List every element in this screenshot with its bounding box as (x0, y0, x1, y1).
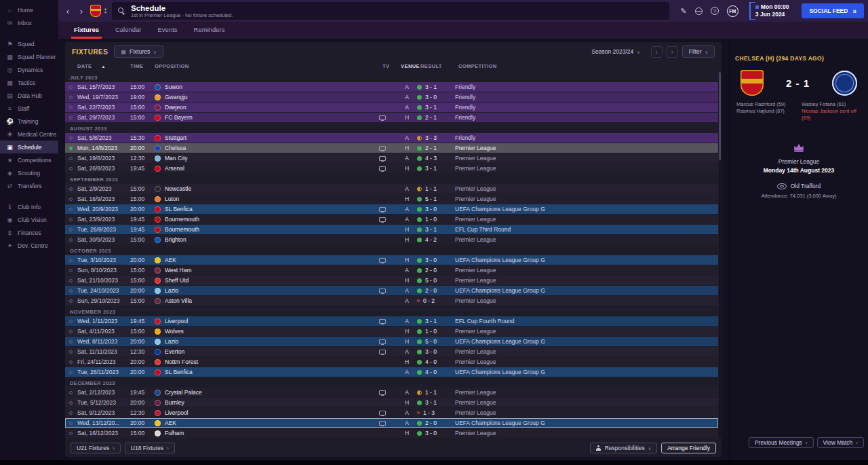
sidebar-item-training[interactable]: ⚽Training (0, 115, 58, 128)
result-loss-icon (417, 411, 420, 414)
fixture-row[interactable]: Sat, 11/11/202312:30EvertonA3 - 0Premier… (65, 347, 718, 356)
status-cell (68, 371, 77, 374)
column-header-result[interactable]: RESULT (420, 63, 458, 69)
season-prev-button[interactable]: ‹ (651, 46, 663, 58)
fixture-row[interactable]: Sat, 19/8/202312:30Man CityA4 - 3Premier… (65, 153, 718, 163)
dev-centre-icon: ✦ (6, 242, 14, 249)
status-cell (68, 198, 77, 201)
opposition-name: Suwon (165, 83, 182, 90)
column-header-competition[interactable]: COMPETITION (458, 63, 719, 69)
fixture-row[interactable]: Sat, 9/12/202312:30LiverpoolA1 - 3Premie… (65, 408, 718, 417)
fixture-row[interactable]: Sat, 2/9/202315:00NewcastleA1 - 1Premier… (65, 184, 718, 193)
previous-meetings-button[interactable]: Previous Meetings › (749, 437, 814, 448)
sidebar-item-dynamics[interactable]: ◎Dynamics (0, 63, 58, 76)
help-icon[interactable]: ? (711, 7, 719, 15)
sidebar-item-inbox[interactable]: ✉Inbox (0, 16, 58, 29)
fixture-row[interactable]: Wed, 1/11/202319:45LiverpoolA3 - 1EFL Cu… (65, 316, 718, 326)
sidebar-item-finances[interactable]: $Finances (0, 226, 58, 239)
fixture-row[interactable]: Sat, 16/12/202315:00FulhamH3 - 0Premier … (65, 428, 718, 438)
fixture-row[interactable]: Tue, 28/11/202320:00SL BenficaA4 - 0UEFA… (65, 367, 718, 377)
fixtures-view-dropdown[interactable]: ▦ Fixtures ∨ (114, 45, 163, 58)
sidebar-item-staff[interactable]: ≡Staff (0, 102, 58, 115)
fixture-row[interactable]: Tue, 5/12/202320:00BurnleyH3 - 1Premier … (65, 398, 718, 407)
tab-fixtures[interactable]: Fixtures (66, 22, 106, 39)
column-header-time[interactable]: TIME (130, 63, 155, 69)
fixture-row[interactable]: Sat, 4/11/202315:00WolvesH1 - 0Premier L… (65, 327, 718, 336)
table-scrollbar[interactable] (719, 72, 721, 438)
fixture-row[interactable]: Sat, 2/12/202319:45Crystal PalaceA1 - 1P… (65, 388, 718, 397)
column-header-date[interactable]: DATE▲ (77, 63, 130, 69)
away-team-crest-icon[interactable] (832, 71, 857, 96)
filter-dropdown[interactable]: Filter ∨ (682, 45, 715, 58)
fixture-row[interactable]: Sat, 21/10/202315:00Sheff UtdH5 - 0Premi… (65, 276, 718, 285)
column-header-venue[interactable]: VENUE (400, 63, 420, 69)
season-next-button[interactable]: › (667, 46, 678, 58)
opposition-name: Brighton (165, 236, 186, 243)
sidebar-item-squad[interactable]: ⚑Squad (0, 37, 58, 50)
sidebar-item-data-hub[interactable]: ▤Data Hub (0, 89, 58, 102)
club-crest-icon[interactable] (90, 5, 101, 17)
home-team-crest-icon[interactable] (741, 70, 764, 96)
opposition-cell: Liverpool (155, 318, 379, 324)
fixture-row[interactable]: Sun, 8/10/202315:00West HamA2 - 0Premier… (65, 265, 718, 275)
sidebar-item-dev-centre[interactable]: ✦Dev. Centre (0, 239, 58, 252)
sidebar-item-club-info[interactable]: ℹClub Info (0, 200, 58, 213)
sidebar-item-home[interactable]: ⌂Home (0, 3, 58, 16)
fixture-row[interactable]: Sun, 29/10/202315:00Aston VillaA0 - 2Pre… (65, 296, 718, 305)
table-header-row: DATE▲ TIME OPPOSITION TV VENUE RESULT CO… (65, 61, 722, 71)
sidebar-item-transfers[interactable]: ⇄Transfers (0, 179, 58, 192)
scrollbar-thumb[interactable] (719, 72, 721, 160)
tab-calendar[interactable]: Calendar (108, 22, 149, 39)
fixture-row[interactable]: Sat, 29/7/202315:00FC BayernH2 - 1Friend… (65, 113, 718, 122)
world-icon[interactable] (695, 7, 703, 15)
fixture-row[interactable]: Sat, 22/7/202315:00DaejeonA3 - 1Friendly (65, 103, 718, 112)
forward-button[interactable]: › (75, 0, 88, 22)
tab-reminders[interactable]: Reminders (186, 22, 233, 39)
edit-icon[interactable]: ✎ (676, 7, 691, 16)
sidebar-item-competitions[interactable]: ★Competitions (0, 153, 58, 166)
responsibilities-button[interactable]: Responsibilities ∨ (590, 443, 657, 453)
fixture-row[interactable]: Tue, 26/9/202319:45BournemouthH3 - 1EFL … (65, 225, 718, 234)
result-win-icon (417, 289, 422, 293)
result-win-icon (417, 278, 422, 283)
game-date-widget[interactable]: Mon 00:00 3 Jun 2024 (749, 2, 795, 20)
list-view-icon: ▦ (121, 49, 126, 55)
fixture-row[interactable]: Sat, 5/8/202315:30StuttgartA3 - 3Friendl… (65, 133, 718, 143)
fixture-row[interactable]: Sat, 26/8/202319:45ArsenalH3 - 1Premier … (65, 164, 718, 173)
back-button[interactable]: ‹ (61, 0, 75, 22)
team-switcher[interactable]: ▴ ▾ (104, 7, 106, 14)
fm-logo-icon[interactable]: FM (727, 5, 738, 17)
u18-fixtures-button[interactable]: U18 Fixtures › (125, 443, 175, 453)
fixture-row[interactable]: Sat, 15/7/202315:00SuwonA3 - 1Friendly (65, 82, 718, 92)
fixture-row[interactable]: Wed, 8/11/202320:00LazioH5 - 0UEFA Champ… (65, 337, 718, 346)
column-header-tv[interactable]: TV (382, 63, 400, 69)
season-dropdown[interactable]: Season 2023/24 ∨ (585, 45, 646, 58)
fixture-row[interactable]: Mon, 14/8/202320:00ChelseaH2 - 1Premier … (65, 143, 718, 153)
column-header-opposition[interactable]: OPPOSITION (155, 63, 382, 69)
sidebar-item-club-vision[interactable]: ◉Club Vision (0, 213, 58, 226)
u21-fixtures-button[interactable]: U21 Fixtures › (71, 443, 121, 453)
fixture-row[interactable]: Tue, 24/10/202320:00LazioA2 - 0UEFA Cham… (65, 286, 718, 295)
fixture-row[interactable]: Sat, 23/9/202319:45BournemouthA1 - 0Prem… (65, 215, 718, 224)
sidebar-item-label: Medical Centre (18, 131, 56, 138)
fixture-row[interactable]: Wed, 19/7/202319:00GwangjuA3 - 0Friendly (65, 92, 718, 102)
fixture-row[interactable]: Wed, 13/12/20...20:00AEKA2 - 0UEFA Champ… (65, 418, 718, 428)
fixture-row[interactable]: Tue, 3/10/202320:00AEKH3 - 0UEFA Champio… (65, 255, 718, 265)
screen-title: Schedule 1st in Premier League - No fixt… (131, 4, 233, 18)
social-feed-button[interactable]: SOCIAL FEED » (802, 3, 864, 18)
sidebar-item-squad-planner[interactable]: ▦Squad Planner (0, 50, 58, 63)
fixture-time: 19:45 (130, 165, 155, 172)
sidebar-item-tactics[interactable]: ▩Tactics (0, 76, 58, 89)
arrange-friendly-button[interactable]: Arrange Friendly (661, 443, 716, 453)
fixture-row[interactable]: Fri, 24/11/202320:00Nottm ForestH4 - 0Pr… (65, 357, 718, 367)
sidebar-item-scouting[interactable]: ◈Scouting (0, 166, 58, 179)
sidebar-item-medical-centre[interactable]: ✚Medical Centre (0, 128, 58, 141)
search-icon[interactable] (118, 7, 125, 15)
view-match-button[interactable]: View Match › (817, 437, 864, 448)
fixture-row[interactable]: Wed, 20/9/202320:00SL BenficaA3 - 0UEFA … (65, 204, 718, 214)
sidebar-item-schedule[interactable]: ▣Schedule (0, 141, 58, 153)
tab-events[interactable]: Events (151, 22, 185, 39)
screen-title-box[interactable]: Schedule 1st in Premier League - No fixt… (112, 2, 669, 20)
fixture-row[interactable]: Sat, 16/9/202315:00LutonH5 - 1Premier Le… (65, 194, 718, 204)
fixture-row[interactable]: Sat, 30/9/202315:00BrightonH4 - 2Premier… (65, 235, 718, 244)
